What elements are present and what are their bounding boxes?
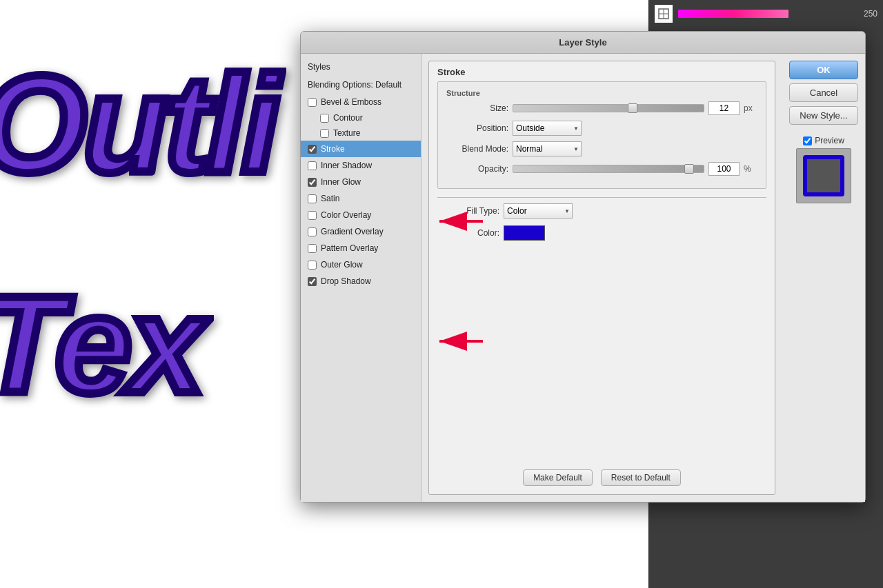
fill-type-select-wrapper[interactable]: Color Gradient Pattern bbox=[504, 203, 573, 219]
sidebar-item-stroke-label: Stroke bbox=[321, 144, 345, 154]
sidebar-item-stroke[interactable]: Stroke bbox=[301, 141, 421, 157]
new-style-button[interactable]: New Style... bbox=[789, 106, 858, 125]
sidebar-item-texture-label: Texture bbox=[333, 128, 360, 138]
sidebar-item-satin-label: Satin bbox=[321, 194, 339, 203]
color-swatch[interactable] bbox=[504, 225, 545, 241]
fill-type-label: Fill Type: bbox=[437, 206, 499, 216]
preview-label: Preview bbox=[815, 136, 844, 145]
sidebar-item-blending-label: Blending Options: Default bbox=[308, 80, 401, 90]
inner-glow-checkbox[interactable] bbox=[308, 178, 317, 187]
preview-inner bbox=[803, 155, 844, 196]
dialog-sidebar: Styles Blending Options: Default Bevel &… bbox=[301, 54, 421, 502]
opacity-slider-thumb[interactable] bbox=[684, 164, 694, 174]
position-label: Position: bbox=[446, 123, 508, 133]
sidebar-item-contour-label: Contour bbox=[333, 113, 363, 123]
preview-checkbox[interactable] bbox=[803, 136, 812, 145]
sidebar-item-blending[interactable]: Blending Options: Default bbox=[301, 76, 421, 94]
stroke-content-panel: Stroke Structure Size: bbox=[428, 61, 775, 495]
panel-icon bbox=[655, 5, 673, 23]
sidebar-item-gradient-overlay-label: Gradient Overlay bbox=[321, 227, 384, 236]
fill-type-row: Fill Type: Color Gradient Pattern bbox=[437, 203, 766, 219]
preview-checkbox-row[interactable]: Preview bbox=[803, 136, 844, 145]
contour-checkbox[interactable] bbox=[320, 114, 329, 123]
sidebar-item-bevel-label: Bevel & Emboss bbox=[321, 97, 381, 107]
opacity-slider-track[interactable] bbox=[513, 165, 704, 173]
sidebar-item-styles[interactable]: Styles bbox=[301, 58, 421, 76]
stroke-checkbox[interactable] bbox=[308, 145, 317, 154]
sidebar-item-texture[interactable]: Texture bbox=[301, 125, 421, 141]
satin-checkbox[interactable] bbox=[308, 194, 317, 203]
blend-mode-select-wrapper[interactable]: Normal Multiply Screen bbox=[513, 141, 582, 156]
opacity-unit: % bbox=[744, 164, 757, 174]
size-label: Size: bbox=[446, 103, 508, 113]
position-select-wrapper[interactable]: Outside Inside Center bbox=[513, 121, 582, 136]
bevel-checkbox[interactable] bbox=[308, 98, 317, 107]
position-row: Position: Outside Inside Center bbox=[446, 121, 757, 136]
size-unit: px bbox=[744, 103, 757, 113]
inner-shadow-checkbox[interactable] bbox=[308, 161, 317, 170]
blend-mode-label: Blend Mode: bbox=[446, 144, 508, 154]
size-row: Size: px bbox=[446, 101, 757, 115]
sidebar-item-inner-shadow-label: Inner Shadow bbox=[321, 161, 372, 170]
preview-box bbox=[796, 148, 851, 203]
gradient-overlay-checkbox[interactable] bbox=[308, 227, 317, 236]
sidebar-item-contour[interactable]: Contour bbox=[301, 110, 421, 125]
sidebar-item-outer-glow[interactable]: Outer Glow bbox=[301, 256, 421, 273]
color-overlay-checkbox[interactable] bbox=[308, 211, 317, 220]
opacity-label: Opacity: bbox=[446, 164, 508, 174]
outer-glow-checkbox[interactable] bbox=[308, 261, 317, 270]
dialog-main-content: Stroke Structure Size: bbox=[421, 54, 782, 502]
cancel-button[interactable]: Cancel bbox=[789, 83, 858, 102]
panel-value: 250 bbox=[864, 9, 877, 19]
sidebar-item-pattern-overlay[interactable]: Pattern Overlay bbox=[301, 240, 421, 256]
sidebar-item-color-overlay[interactable]: Color Overlay bbox=[301, 207, 421, 223]
opacity-input[interactable] bbox=[708, 162, 740, 176]
color-row: Color: bbox=[437, 225, 766, 241]
right-panel-header: 250 bbox=[649, 0, 883, 28]
preview-section: Preview bbox=[789, 136, 858, 203]
sidebar-item-outer-glow-label: Outer Glow bbox=[321, 260, 363, 270]
sidebar-item-inner-shadow[interactable]: Inner Shadow bbox=[301, 157, 421, 174]
color-label: Color: bbox=[437, 228, 499, 238]
dialog-actions: OK Cancel New Style... Preview bbox=[782, 54, 865, 502]
drop-shadow-checkbox[interactable] bbox=[308, 277, 317, 286]
blend-mode-row: Blend Mode: Normal Multiply Screen bbox=[446, 141, 757, 156]
canvas-text-line1: Outli bbox=[0, 55, 276, 193]
canvas-text-line2: Tex bbox=[0, 276, 201, 414]
sidebar-item-gradient-overlay[interactable]: Gradient Overlay bbox=[301, 223, 421, 240]
size-slider-thumb[interactable] bbox=[628, 103, 637, 113]
position-select[interactable]: Outside Inside Center bbox=[513, 121, 582, 136]
sidebar-item-drop-shadow[interactable]: Drop Shadow bbox=[301, 273, 421, 290]
divider bbox=[437, 197, 766, 198]
ok-button[interactable]: OK bbox=[789, 61, 858, 79]
size-slider-track[interactable] bbox=[513, 104, 704, 112]
sidebar-item-inner-glow-label: Inner Glow bbox=[321, 177, 361, 187]
fill-type-select[interactable]: Color Gradient Pattern bbox=[504, 203, 573, 219]
structure-group-label: Structure bbox=[446, 89, 757, 97]
sidebar-item-drop-shadow-label: Drop Shadow bbox=[321, 276, 371, 286]
sidebar-item-inner-glow[interactable]: Inner Glow bbox=[301, 174, 421, 190]
opacity-row: Opacity: % bbox=[446, 162, 757, 176]
sidebar-item-styles-label: Styles bbox=[308, 62, 330, 72]
sidebar-item-pattern-overlay-label: Pattern Overlay bbox=[321, 243, 378, 253]
sidebar-item-color-overlay-label: Color Overlay bbox=[321, 210, 371, 220]
sidebar-item-bevel[interactable]: Bevel & Emboss bbox=[301, 94, 421, 110]
make-default-button[interactable]: Make Default bbox=[523, 469, 593, 486]
color-bar bbox=[678, 10, 788, 18]
size-input[interactable] bbox=[708, 101, 740, 115]
reset-to-default-button[interactable]: Reset to Default bbox=[601, 469, 681, 486]
layer-style-dialog: Layer Style Styles Blending Options: Def… bbox=[300, 31, 866, 503]
blend-mode-select[interactable]: Normal Multiply Screen bbox=[513, 141, 582, 156]
stroke-panel-header: Stroke bbox=[437, 67, 766, 77]
texture-checkbox[interactable] bbox=[320, 129, 329, 138]
dialog-title: Layer Style bbox=[301, 32, 865, 54]
pattern-overlay-checkbox[interactable] bbox=[308, 244, 317, 253]
sidebar-item-satin[interactable]: Satin bbox=[301, 190, 421, 207]
